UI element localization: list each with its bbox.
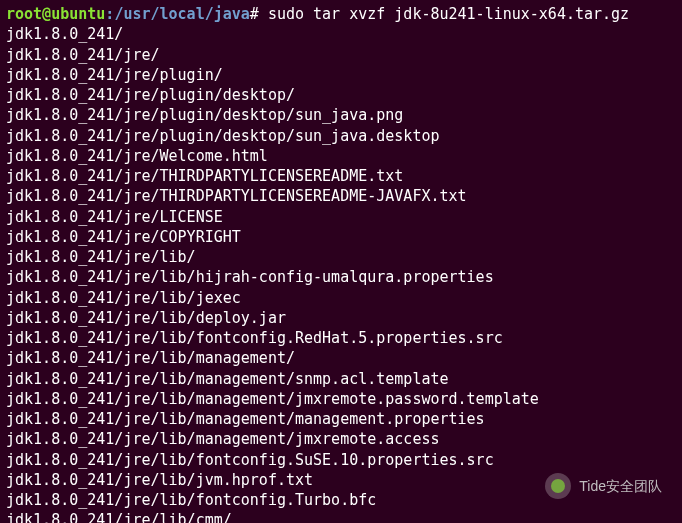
output-line: jdk1.8.0_241/jre/lib/management/jmxremot… (6, 429, 676, 449)
output-line: jdk1.8.0_241/jre/plugin/desktop/sun_java… (6, 126, 676, 146)
terminal-window[interactable]: root@ubuntu:/usr/local/java# sudo tar xv… (0, 0, 682, 523)
output-line: jdk1.8.0_241/jre/ (6, 45, 676, 65)
output-line: jdk1.8.0_241/jre/lib/hijrah-config-umalq… (6, 267, 676, 287)
output-line: jdk1.8.0_241/jre/lib/ (6, 247, 676, 267)
prompt-symbol: # (250, 5, 268, 23)
output-line: jdk1.8.0_241/jre/LICENSE (6, 207, 676, 227)
output-line: jdk1.8.0_241/jre/lib/management/manageme… (6, 409, 676, 429)
output-line: jdk1.8.0_241/jre/lib/deploy.jar (6, 308, 676, 328)
command-line: root@ubuntu:/usr/local/java# sudo tar xv… (6, 4, 676, 24)
output-line: jdk1.8.0_241/jre/lib/cmm/ (6, 510, 676, 523)
output-line: jdk1.8.0_241/ (6, 24, 676, 44)
output-line: jdk1.8.0_241/jre/COPYRIGHT (6, 227, 676, 247)
output-line: jdk1.8.0_241/jre/plugin/desktop/ (6, 85, 676, 105)
watermark: Tide安全团队 (545, 473, 662, 499)
output-line: jdk1.8.0_241/jre/THIRDPARTYLICENSEREADME… (6, 186, 676, 206)
output-line: jdk1.8.0_241/jre/lib/management/snmp.acl… (6, 369, 676, 389)
prompt-path: /usr/local/java (114, 5, 249, 23)
output-line: jdk1.8.0_241/jre/THIRDPARTYLICENSEREADME… (6, 166, 676, 186)
output-line: jdk1.8.0_241/jre/lib/fontconfig.RedHat.5… (6, 328, 676, 348)
terminal-output: jdk1.8.0_241/jdk1.8.0_241/jre/jdk1.8.0_2… (6, 24, 676, 523)
output-line: jdk1.8.0_241/jre/lib/fontconfig.SuSE.10.… (6, 450, 676, 470)
output-line: jdk1.8.0_241/jre/lib/jexec (6, 288, 676, 308)
watermark-text: Tide安全团队 (579, 477, 662, 496)
output-line: jdk1.8.0_241/jre/lib/management/ (6, 348, 676, 368)
wechat-icon (545, 473, 571, 499)
output-line: jdk1.8.0_241/jre/lib/management/jmxremot… (6, 389, 676, 409)
output-line: jdk1.8.0_241/jre/Welcome.html (6, 146, 676, 166)
command-text: sudo tar xvzf jdk-8u241-linux-x64.tar.gz (268, 5, 629, 23)
prompt-user-host: root@ubuntu (6, 5, 105, 23)
output-line: jdk1.8.0_241/jre/plugin/ (6, 65, 676, 85)
output-line: jdk1.8.0_241/jre/plugin/desktop/sun_java… (6, 105, 676, 125)
